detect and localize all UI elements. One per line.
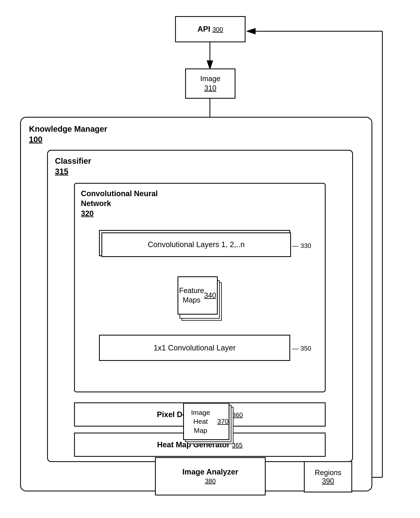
conv-layers-outer: Convolutional Layers 1, 2,..n — [99, 230, 290, 256]
conv-1x1-label: 1x1 Convolutional Layer — [154, 343, 236, 352]
feature-maps-box: FeatureMaps340 — [178, 276, 218, 315]
image-heat-box: Image HeatMap370 — [183, 403, 229, 440]
knowledge-manager-label: Knowledge Manager100 — [29, 124, 107, 145]
conv-layers-inner: Convolutional Layers 1, 2,..n — [101, 232, 291, 257]
api-label: API 300 — [197, 24, 223, 34]
conv-1x1-box: 1x1 Convolutional Layer — [99, 335, 290, 361]
image-box: Image310 — [185, 69, 235, 99]
image-analyzer-box: Image Analyzer380 — [155, 457, 266, 495]
image-analyzer-label: Image Analyzer380 — [182, 468, 238, 485]
regions-label: Regions390 — [315, 468, 341, 485]
image-label: Image310 — [200, 74, 220, 93]
regions-box: Regions390 — [304, 461, 352, 492]
api-box: API 300 — [175, 16, 246, 42]
conv-layers-ref: — 330 — [292, 242, 311, 250]
diagram: API 300 Image310 Knowledge Manager100 Cl… — [0, 0, 420, 518]
conv-layers-label: Convolutional Layers 1, 2,..n — [148, 240, 245, 250]
cnn-box: Convolutional NeuralNetwork320 Convoluti… — [74, 183, 326, 392]
classifier-label: Classifier315 — [55, 156, 91, 177]
cnn-label: Convolutional NeuralNetwork320 — [81, 189, 158, 219]
conv-1x1-ref: — 350 — [292, 345, 311, 352]
